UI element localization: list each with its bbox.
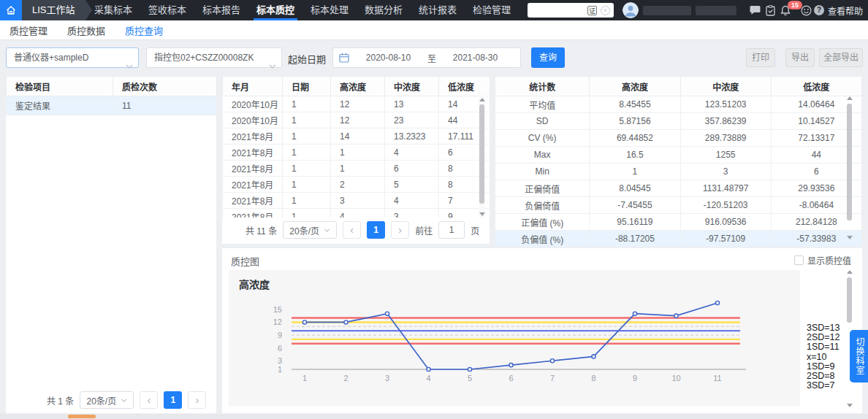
table-cell: 2020年10月 <box>223 96 283 112</box>
table-row[interactable]: 负偏值 (%)-88.17205-97.57109-57.33983 <box>495 231 862 247</box>
table-cell: 2021年8月 <box>223 193 283 209</box>
next-page-button[interactable]: › <box>188 391 206 409</box>
export-all-button[interactable]: 全部导出 <box>819 48 863 67</box>
switch-department-button[interactable]: 切换科室 <box>850 330 868 383</box>
date-separator: 至 <box>427 52 436 64</box>
export-button[interactable]: 导出 <box>785 48 815 67</box>
page-size-select[interactable]: 20条/页 <box>283 221 337 239</box>
show-qc-values-label: 显示质控值 <box>807 254 851 266</box>
chart-title: 高浓度 <box>239 277 270 291</box>
feedback-button[interactable] <box>801 5 812 16</box>
table-row[interactable]: 平均值8.45455123.5120314.06464 <box>495 96 862 113</box>
qc-data-scrollbar[interactable] <box>479 96 485 218</box>
scroll-down-arrow[interactable] <box>847 236 853 239</box>
table-row[interactable]: 正偏倚值8.045451131.4879729.93536 <box>495 180 862 197</box>
table-cell: 6 <box>385 161 439 177</box>
topnav-item[interactable]: 标本处理 <box>302 0 357 20</box>
prev-page-button[interactable]: ‹ <box>343 221 361 239</box>
scrollbar-thumb[interactable] <box>479 104 484 204</box>
scroll-up-arrow[interactable] <box>847 270 853 274</box>
prev-page-button[interactable]: ‹ <box>140 391 158 409</box>
scroll-up-arrow[interactable] <box>847 96 853 100</box>
table-row[interactable]: 2021年8月1258 <box>223 177 490 193</box>
scroll-up-arrow[interactable] <box>479 98 485 101</box>
scroll-down-arrow[interactable] <box>847 404 853 407</box>
table-cell: Min <box>495 164 590 180</box>
horizontal-scrollbar[interactable] <box>0 414 868 419</box>
svg-text:11: 11 <box>713 374 721 383</box>
column-header: 质检次数 <box>113 77 217 96</box>
table-row[interactable]: 2021年8月1168 <box>223 161 490 177</box>
table-row[interactable]: 2020年10月1122344 <box>223 112 490 128</box>
table-row[interactable]: Min136 <box>495 164 862 180</box>
clear-icon[interactable]: × <box>601 6 610 15</box>
legend-entry: 1SD=11 <box>807 342 840 352</box>
topnav-item[interactable]: 签收标本 <box>140 0 194 20</box>
instrument-select-value: 普通仪器+sampleD <box>14 53 88 63</box>
message-button[interactable] <box>750 5 761 15</box>
table-row[interactable]: SD5.87156357.8623910.14527 <box>495 113 862 130</box>
date-start-input[interactable]: 2020-08-10 <box>349 53 427 63</box>
statistics-scrollbar[interactable] <box>846 96 853 239</box>
table-row[interactable]: 2021年8月1146 <box>223 145 490 161</box>
qc-chart-area: 高浓度 151296311234567891011 <box>229 270 800 406</box>
table-cell: 1 <box>590 164 680 180</box>
table-row[interactable]: 2021年8月1347 <box>223 193 490 209</box>
topnav-item[interactable]: 数据分析 <box>357 0 411 20</box>
table-row[interactable]: 鉴定结果11 <box>7 96 217 115</box>
current-page[interactable]: 1 <box>367 221 385 239</box>
question-icon: ? <box>814 5 824 15</box>
table-cell: -120.51203 <box>680 197 771 214</box>
topnav-item[interactable]: 标本质控 <box>248 0 302 20</box>
test-items-panel: 检验项目质检次数 鉴定结果11 共 1 条 20条/页 ‹ 1 › <box>6 76 216 413</box>
table-row[interactable]: 负偏倚值-7.45455-120.51203-8.06464 <box>495 197 862 214</box>
query-button[interactable]: 查询 <box>531 47 565 68</box>
top-navigation-bar: LIS工作站 采集标本签收标本标本报告标本质控标本处理数据分析统计报表检验管理 … <box>0 0 868 20</box>
instrument-select[interactable]: 普通仪器+sampleD <box>6 47 139 68</box>
topnav-item[interactable]: 标本报告 <box>194 0 248 20</box>
subnav: 质控管理质控数据质控查询 <box>0 20 868 40</box>
table-cell: CV (%) <box>495 130 590 147</box>
statistics-panel: 统计数高浓度中浓度低浓度 平均值8.45455123.5120314.06464… <box>495 76 862 244</box>
horizontal-scrollbar-thumb[interactable] <box>68 415 96 418</box>
next-page-button[interactable]: › <box>391 221 409 239</box>
svg-text:3: 3 <box>278 356 282 365</box>
current-page[interactable]: 1 <box>164 391 182 409</box>
clipboard-button[interactable] <box>766 5 775 16</box>
table-cell: -7.45455 <box>590 197 680 214</box>
table-row[interactable]: 2020年10月1121314 <box>223 96 490 112</box>
redacted-username <box>643 6 691 15</box>
search-input[interactable]: 证 × <box>528 3 614 18</box>
show-qc-values-checkbox[interactable] <box>794 255 804 265</box>
scrollbar-thumb[interactable] <box>847 277 852 323</box>
table-cell: 正偏倚值 <box>495 180 590 197</box>
subnav-item[interactable]: 质控管理 <box>9 23 47 37</box>
home-button[interactable] <box>0 0 22 20</box>
help-link[interactable]: ? 查看帮助 <box>814 0 863 20</box>
subnav-item[interactable]: 质控数据 <box>67 23 105 37</box>
table-row[interactable]: 2021年8月11413.232317.111 <box>223 128 490 145</box>
qc-package-select[interactable]: 指控包02+CSZZ00008ZK <box>146 47 282 68</box>
topnav-menu: 采集标本签收标本标本报告标本质控标本处理数据分析统计报表检验管理 <box>86 0 519 20</box>
goto-page-input[interactable]: 1 <box>438 221 465 239</box>
svg-text:3: 3 <box>385 374 389 383</box>
subnav-item[interactable]: 质控查询 <box>125 23 163 37</box>
table-row[interactable]: 2021年8月1439 <box>223 209 490 218</box>
qc-levey-jennings-chart[interactable]: 151296311234567891011 <box>229 270 800 406</box>
table-row[interactable]: Max16.5125544 <box>495 147 862 164</box>
topnav-item[interactable]: 检验管理 <box>465 0 519 20</box>
scroll-down-arrow[interactable] <box>479 212 485 216</box>
date-end-input[interactable]: 2021-08-30 <box>436 53 514 63</box>
avatar[interactable] <box>623 2 639 18</box>
topnav-item[interactable]: 采集标本 <box>86 0 140 20</box>
svg-text:9: 9 <box>278 331 282 339</box>
table-row[interactable]: CV (%)69.44852289.7388972.13317 <box>495 130 862 147</box>
topnav-item[interactable]: 统计报表 <box>411 0 465 20</box>
print-button[interactable]: 打印 <box>746 48 775 67</box>
scrollbar-thumb[interactable] <box>847 104 852 220</box>
table-cell: 2021年8月 <box>223 161 283 177</box>
date-range-picker[interactable]: 2020-08-10 至 2021-08-30 <box>332 47 521 68</box>
page-size-select[interactable]: 20条/页 <box>80 391 134 409</box>
table-cell: 1255 <box>680 147 771 164</box>
table-row[interactable]: 正偏值 (%)95.16119916.09536212.84128 <box>495 214 862 231</box>
